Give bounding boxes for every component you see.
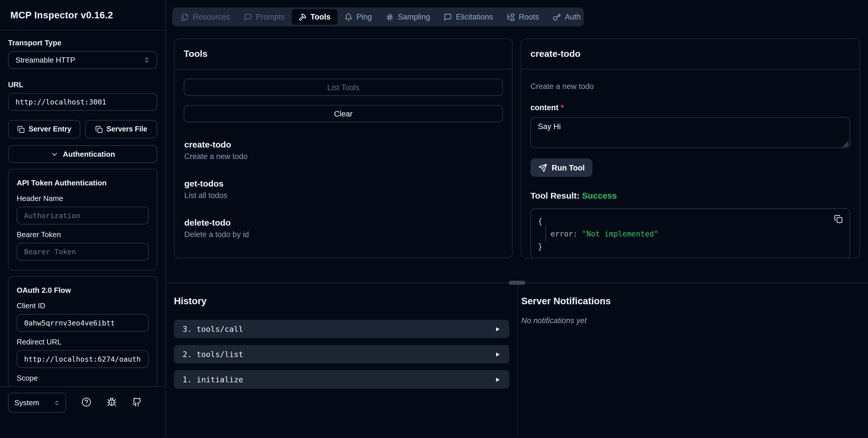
tool-list-item-delete-todo[interactable]: delete-todo Delete a todo by id xyxy=(184,218,503,239)
json-open-brace: { xyxy=(538,215,843,228)
client-id-input[interactable] xyxy=(17,314,149,332)
tool-name: get-todos xyxy=(184,179,503,188)
tab-auth[interactable]: Auth xyxy=(546,9,588,25)
key-icon xyxy=(553,13,561,21)
run-tool-button[interactable]: Run Tool xyxy=(530,158,593,177)
copy-result-button[interactable] xyxy=(834,215,843,223)
main-area: Resources Prompts Tools Ping xyxy=(166,0,868,438)
bearer-token-input[interactable] xyxy=(17,243,149,261)
content-field-input[interactable]: Say Hi xyxy=(530,117,850,148)
tab-tools[interactable]: Tools xyxy=(291,9,338,25)
github-button[interactable] xyxy=(132,397,142,407)
tab-elicitations[interactable]: Elicitations xyxy=(437,9,500,25)
result-json-block: { error: "Not implemented" } xyxy=(530,208,850,258)
theme-select-value: System xyxy=(14,398,39,407)
expand-arrow-icon xyxy=(494,326,501,332)
tool-description: List all todos xyxy=(184,191,503,200)
theme-select[interactable]: System xyxy=(8,393,66,413)
copy-icon xyxy=(834,215,843,223)
top-panels: Tools List Tools Clear create-todo Creat… xyxy=(174,38,860,258)
header-name-label: Header Name xyxy=(17,194,149,202)
tab-label: Roots xyxy=(519,12,539,21)
notifications-empty-text: No notifications yet xyxy=(521,316,868,325)
json-value: "Not implemented" xyxy=(582,230,658,238)
history-item-initialize[interactable]: 1. initialize xyxy=(174,370,509,388)
history-item-label: 3. tools/call xyxy=(183,324,243,334)
files-icon xyxy=(181,13,189,21)
tool-name: create-todo xyxy=(184,139,503,149)
tool-detail-header: create-todo xyxy=(521,39,859,69)
servers-file-button[interactable]: Servers File xyxy=(85,120,157,138)
tab-resources[interactable]: Resources xyxy=(174,9,237,25)
tool-result-label: Tool Result: xyxy=(530,191,580,200)
list-tools-button[interactable]: List Tools xyxy=(184,79,503,96)
history-list: 3. tools/call 2. tools/list 1. initializ… xyxy=(174,320,509,388)
json-error-line: error: "Not implemented" xyxy=(538,228,843,241)
tab-label: Tools xyxy=(311,12,331,21)
field-label-text: content xyxy=(530,103,559,112)
tool-description: Create a new todo xyxy=(184,152,503,161)
tools-panel-header: Tools xyxy=(175,39,512,69)
transport-type-label: Transport Type xyxy=(8,38,157,47)
tab-prompts[interactable]: Prompts xyxy=(237,9,291,25)
bug-icon xyxy=(107,397,117,407)
content-field-wrap: Say Hi xyxy=(530,117,850,150)
url-input[interactable] xyxy=(8,93,157,111)
server-entry-label: Server Entry xyxy=(29,125,71,133)
transport-type-value: Streamable HTTP xyxy=(16,56,75,64)
sidebar-body: Transport Type Streamable HTTP URL Serve… xyxy=(0,30,165,386)
tab-label: Resources xyxy=(193,12,230,21)
history-item-label: 1. initialize xyxy=(183,375,243,384)
sidebar: MCP Inspector v0.16.2 Transport Type Str… xyxy=(0,0,166,438)
chevrons-up-down-icon xyxy=(54,400,60,406)
help-circle-icon xyxy=(82,397,91,407)
tab-roots[interactable]: Roots xyxy=(500,9,546,25)
chevron-down-icon xyxy=(50,150,58,158)
history-item-tools-list[interactable]: 2. tools/list xyxy=(174,345,509,364)
transport-type-select[interactable]: Streamable HTTP xyxy=(8,51,157,69)
tool-list-item-get-todos[interactable]: get-todos List all todos xyxy=(184,179,503,200)
tab-label: Ping xyxy=(356,12,372,21)
json-key: error: xyxy=(551,230,578,238)
help-button[interactable] xyxy=(82,397,91,407)
tab-ping[interactable]: Ping xyxy=(338,9,379,25)
resize-handle[interactable] xyxy=(843,141,848,147)
authentication-toggle[interactable]: Authentication xyxy=(8,145,157,163)
split-drag-handle[interactable] xyxy=(508,281,525,285)
debug-button[interactable] xyxy=(107,397,117,407)
sidebar-header: MCP Inspector v0.16.2 xyxy=(0,0,165,30)
send-icon xyxy=(538,163,547,172)
history-item-tools-call[interactable]: 3. tools/call xyxy=(174,320,509,338)
server-entry-button[interactable]: Server Entry xyxy=(8,120,81,138)
bottom-panels: History 3. tools/call 2. tools/list xyxy=(166,283,868,438)
history-pane: History 3. tools/call 2. tools/list xyxy=(166,283,518,438)
tool-name: delete-todo xyxy=(184,218,503,227)
tool-result-status: Success xyxy=(582,191,617,200)
tab-label: Auth xyxy=(565,12,581,21)
copy-icon xyxy=(17,125,25,133)
tool-list-item-create-todo[interactable]: create-todo Create a new todo xyxy=(184,139,503,161)
footer-icons xyxy=(66,393,157,412)
client-id-label: Client ID xyxy=(17,301,149,310)
chevrons-up-down-icon xyxy=(144,57,150,63)
tool-result-line: Tool Result: Success xyxy=(530,191,850,200)
scope-label: Scope xyxy=(17,374,149,382)
message-square-icon xyxy=(244,13,252,21)
header-name-input[interactable] xyxy=(17,207,149,224)
github-icon xyxy=(132,397,142,407)
hammer-icon xyxy=(299,13,307,21)
tab-sampling[interactable]: Sampling xyxy=(379,9,437,25)
expand-arrow-icon xyxy=(494,376,501,383)
tool-detail-title: create-todo xyxy=(530,49,580,59)
app-title: MCP Inspector v0.16.2 xyxy=(10,9,113,20)
content-field-label: content* xyxy=(530,103,850,112)
redirect-url-input[interactable] xyxy=(17,350,149,368)
clear-tools-button[interactable]: Clear xyxy=(184,105,503,122)
tools-panel-title: Tools xyxy=(184,49,208,59)
tab-bar: Resources Prompts Tools Ping xyxy=(172,7,584,26)
servers-file-label: Servers File xyxy=(106,125,147,133)
run-tool-label: Run Tool xyxy=(552,163,585,172)
oauth-title: OAuth 2.0 Flow xyxy=(17,286,149,294)
tab-label: Elicitations xyxy=(456,12,493,21)
hash-icon xyxy=(386,13,394,21)
